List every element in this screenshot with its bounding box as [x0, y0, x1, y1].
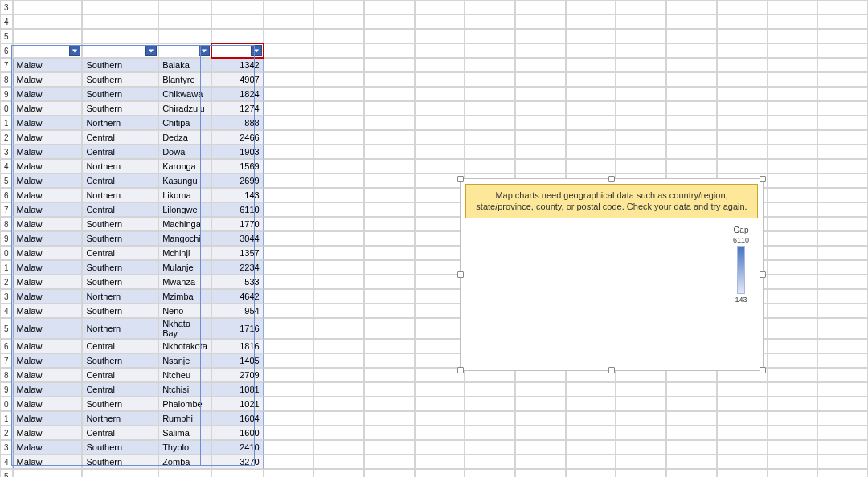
cell[interactable] — [515, 58, 566, 72]
cell[interactable] — [566, 130, 616, 145]
cell-gap[interactable]: 2466 — [211, 130, 264, 145]
cell[interactable] — [768, 275, 818, 289]
cell[interactable] — [415, 440, 465, 455]
row-header[interactable]: 8 — [0, 72, 13, 87]
cell[interactable] — [768, 188, 818, 202]
cell[interactable] — [616, 58, 666, 72]
cell[interactable] — [264, 14, 314, 29]
cell[interactable] — [768, 469, 818, 477]
cell-district[interactable]: Dedza — [158, 130, 211, 145]
cell-province[interactable]: Southern — [82, 101, 158, 116]
cell[interactable] — [364, 318, 415, 339]
cell-country[interactable]: Malawi — [13, 58, 83, 72]
cell[interactable] — [415, 29, 465, 43]
cell[interactable] — [817, 188, 868, 202]
cell-province[interactable]: Southern — [82, 231, 158, 246]
cell[interactable] — [515, 87, 566, 101]
cell[interactable] — [717, 469, 768, 477]
cell-gap[interactable]: 1405 — [211, 353, 264, 368]
cell-province[interactable]: Central — [82, 173, 158, 188]
cell-province[interactable]: Central — [82, 246, 158, 260]
cell-district[interactable]: Neno — [158, 304, 211, 318]
cell[interactable] — [364, 368, 415, 382]
cell-gap[interactable]: 1903 — [211, 145, 264, 159]
cell-province[interactable]: Southern — [82, 275, 158, 289]
cell[interactable] — [817, 382, 868, 397]
cell[interactable] — [817, 43, 868, 58]
row-header[interactable]: 3 — [0, 289, 13, 304]
cell[interactable] — [717, 411, 768, 426]
cell[interactable] — [264, 382, 314, 397]
cell-district[interactable]: Ntchisi — [158, 382, 211, 397]
cell[interactable] — [364, 455, 415, 469]
cell-country[interactable]: Malawi — [13, 275, 83, 289]
cell[interactable] — [364, 72, 415, 87]
cell[interactable] — [313, 188, 364, 202]
cell[interactable] — [415, 145, 465, 159]
cell[interactable] — [817, 14, 868, 29]
row-header[interactable]: 3 — [0, 440, 13, 455]
cell-gap[interactable]: 143 — [211, 188, 264, 202]
cell-country[interactable]: Malawi — [13, 426, 83, 440]
cell[interactable] — [616, 43, 666, 58]
cell[interactable] — [264, 130, 314, 145]
cell[interactable] — [817, 353, 868, 368]
cell[interactable] — [717, 116, 768, 130]
cell[interactable] — [717, 14, 768, 29]
cell-gap[interactable]: 2709 — [211, 368, 264, 382]
cell[interactable] — [364, 43, 415, 58]
cell[interactable] — [364, 0, 415, 14]
cell-province[interactable]: Southern — [82, 72, 158, 87]
cell[interactable] — [717, 382, 768, 397]
row-header[interactable]: 0 — [0, 101, 13, 116]
cell[interactable] — [313, 382, 364, 397]
cell[interactable] — [817, 202, 868, 217]
cell[interactable] — [313, 116, 364, 130]
cell[interactable] — [616, 0, 666, 14]
cell[interactable] — [768, 72, 818, 87]
cell-province[interactable]: Southern — [82, 455, 158, 469]
cell[interactable] — [264, 260, 314, 275]
cell[interactable] — [313, 58, 364, 72]
cell[interactable] — [817, 101, 868, 116]
resize-handle-e[interactable] — [760, 271, 766, 278]
cell-gap[interactable]: 1569 — [211, 159, 264, 173]
row-header[interactable]: 3 — [0, 145, 13, 159]
cell[interactable] — [264, 440, 314, 455]
row-header[interactable]: 3 — [0, 0, 13, 14]
cell[interactable] — [515, 116, 566, 130]
cell[interactable] — [817, 318, 868, 339]
row-header[interactable]: 7 — [0, 202, 13, 217]
cell[interactable] — [768, 353, 818, 368]
cell[interactable] — [264, 304, 314, 318]
cell-country[interactable]: Malawi — [13, 353, 83, 368]
cell[interactable] — [264, 0, 314, 14]
cell[interactable] — [817, 289, 868, 304]
cell-province[interactable]: Northern — [82, 188, 158, 202]
cell-country[interactable]: Malawi — [13, 72, 83, 87]
cell-district[interactable]: Rumphi — [158, 411, 211, 426]
cell[interactable] — [264, 289, 314, 304]
cell-district[interactable]: Zomba — [158, 455, 211, 469]
cell[interactable] — [817, 87, 868, 101]
cell[interactable] — [768, 43, 818, 58]
cell[interactable] — [313, 231, 364, 246]
row-header[interactable]: 7 — [0, 58, 13, 72]
cell-country[interactable]: Malawi — [13, 440, 83, 455]
cell[interactable] — [313, 14, 364, 29]
cell[interactable] — [364, 87, 415, 101]
row-header[interactable]: 2 — [0, 426, 13, 440]
cell[interactable] — [616, 72, 666, 87]
cell[interactable] — [768, 339, 818, 353]
cell[interactable] — [264, 29, 314, 43]
cell[interactable] — [264, 246, 314, 260]
cell-province[interactable]: Southern — [82, 353, 158, 368]
cell[interactable] — [364, 58, 415, 72]
cell[interactable] — [717, 397, 768, 411]
cell[interactable] — [211, 0, 264, 14]
filter-dropdown-icon[interactable] — [69, 45, 80, 56]
cell[interactable] — [566, 29, 616, 43]
cell[interactable] — [415, 58, 465, 72]
cell[interactable] — [515, 426, 566, 440]
cell[interactable] — [313, 397, 364, 411]
